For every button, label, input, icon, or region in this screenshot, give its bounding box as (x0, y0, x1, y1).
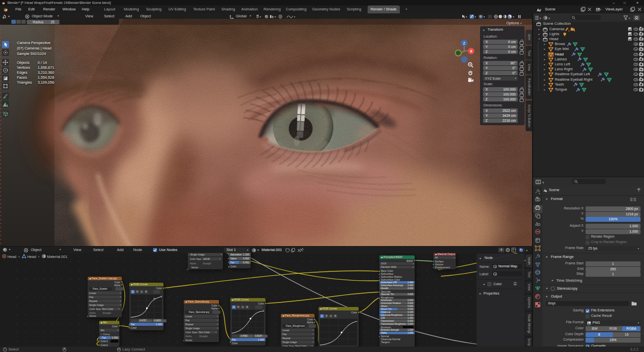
svg-text:▾: ▾ (294, 15, 295, 18)
svg-text:▾: ▾ (274, 15, 276, 18)
svg-text:▾: ▾ (629, 17, 630, 20)
svg-text:▾: ▾ (483, 15, 485, 18)
svg-text:▾: ▾ (260, 15, 261, 18)
svg-text:Z: Z (463, 42, 466, 45)
svg-text:X: X (470, 50, 473, 53)
svg-text:▾: ▾ (475, 15, 476, 18)
svg-text:▾: ▾ (548, 17, 550, 20)
svg-text:▾: ▾ (466, 15, 467, 18)
svg-text:▾: ▾ (539, 17, 541, 20)
svg-text:▾: ▾ (542, 181, 544, 184)
svg-text:▾: ▾ (526, 249, 528, 252)
svg-text:▾: ▾ (513, 15, 514, 18)
